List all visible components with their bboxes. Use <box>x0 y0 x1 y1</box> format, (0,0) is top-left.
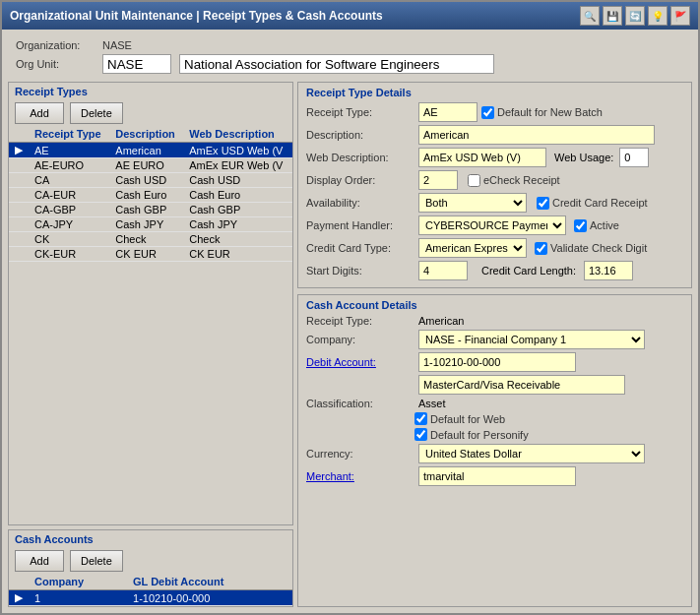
receipt-type-row[interactable]: CA-EUR Cash Euro Cash Euro <box>9 188 292 203</box>
unit-desc-input[interactable] <box>179 54 494 74</box>
cash-accounts-header: Cash Accounts <box>9 530 292 548</box>
receipt-type-cell: CA-EUR <box>29 188 109 203</box>
ca-classification-label: Classification: <box>306 398 414 409</box>
rt-display-order-input[interactable] <box>418 170 458 190</box>
rt-default-new-batch-checkbox[interactable] <box>481 106 494 119</box>
ca-currency-row: Currency: United States Dollar <box>306 444 683 463</box>
search-toolbar-icon[interactable]: 🔍 <box>580 6 600 26</box>
ca-debit-account-link[interactable]: Debit Account: <box>306 356 414 368</box>
rt-cc-type-select[interactable]: American Express <box>418 238 527 258</box>
rt-credit-card-checkbox[interactable] <box>537 197 549 210</box>
content-area: Organization: NASE Org Unit: Receipt Typ… <box>2 30 698 613</box>
description-cell: Cash Euro <box>109 188 183 203</box>
rt-web-desc-row: Web Description: Web Usage: <box>306 148 683 167</box>
left-panel: Receipt Types Add Delete Receipt Type <box>8 82 293 607</box>
receipt-type-row[interactable]: AE-EURO AE EURO AmEx EUR Web (V <box>9 158 292 173</box>
receipt-delete-button[interactable]: Delete <box>70 102 123 124</box>
description-cell: AE EURO <box>109 158 183 173</box>
ca-currency-label: Currency: <box>306 448 414 460</box>
web-desc-cell: Cash USD <box>183 173 292 188</box>
receipt-type-cell: CK <box>29 232 109 247</box>
ca-company-label: Company: <box>306 334 414 345</box>
ca-debit-account-input[interactable] <box>418 352 576 372</box>
rt-echeck-label: eCheck Receipt <box>483 174 560 186</box>
rt-web-usage-label: Web Usage: <box>554 152 613 163</box>
rt-receipt-type-input[interactable] <box>418 102 477 122</box>
ca-merchant-link[interactable]: Merchant: <box>306 470 414 482</box>
ca-default-personify-check[interactable]: Default for Personify <box>414 428 529 441</box>
rt-default-new-batch-check[interactable]: Default for New Batch <box>481 106 603 119</box>
receipt-types-header: Receipt Types <box>9 83 292 100</box>
rt-validate-checkbox[interactable] <box>535 242 547 255</box>
description-cell: Cash JPY <box>109 217 183 232</box>
rt-availability-select[interactable]: Both Web Only Staff Only Neither <box>418 193 527 213</box>
rt-description-input[interactable] <box>418 125 655 145</box>
receipt-type-row[interactable]: CA-GBP Cash GBP Cash GBP <box>9 203 292 217</box>
receipt-type-row[interactable]: CA Cash USD Cash USD <box>9 173 292 188</box>
ca-currency-select[interactable]: United States Dollar <box>418 444 645 463</box>
rt-payment-handler-select[interactable]: CYBERSOURCE PaymentHa <box>418 215 566 235</box>
ca-debit-desc-input[interactable] <box>418 375 625 395</box>
cash-accounts-table-container: Company GL Debit Account ▶ 1 1-10210-00-… <box>9 574 292 606</box>
cash-add-button[interactable]: Add <box>15 550 64 572</box>
receipt-add-button[interactable]: Add <box>15 102 64 124</box>
receipt-type-row[interactable]: CA-JPY Cash JPY Cash JPY <box>9 217 292 232</box>
col-receipt-type: Receipt Type <box>29 126 109 143</box>
cash-accounts-table: Company GL Debit Account ▶ 1 1-10210-00-… <box>9 574 292 606</box>
receipt-types-title: Receipt Types <box>15 86 88 97</box>
rt-receipt-type-label: Receipt Type: <box>306 106 414 118</box>
org-section: Organization: NASE Org Unit: <box>8 35 692 78</box>
ca-default-personify-checkbox[interactable] <box>414 428 427 441</box>
flag-toolbar-icon[interactable]: 🚩 <box>670 6 690 26</box>
ca-default-web-checkbox[interactable] <box>414 412 427 425</box>
rt-start-digits-label: Start Digits: <box>306 265 414 277</box>
rt-credit-card-label: Credit Card Receipt <box>552 197 648 209</box>
cash-accounts-title: Cash Accounts <box>15 533 94 545</box>
rt-cc-length-input[interactable] <box>584 261 633 280</box>
row-arrow <box>9 203 29 217</box>
ca-company-select[interactable]: NASE - Financial Company 1 <box>418 330 645 349</box>
receipt-type-cell: CA-GBP <box>29 203 109 217</box>
ca-default-web-check[interactable]: Default for Web <box>414 412 505 425</box>
ca-merchant-input[interactable] <box>418 466 576 486</box>
receipt-type-details-section: Receipt Type Details Receipt Type: Defau… <box>297 82 692 288</box>
rt-display-order-row: Display Order: eCheck Receipt <box>306 170 683 190</box>
ca-default-web-label: Default for Web <box>430 413 505 425</box>
rt-web-usage-input[interactable] <box>619 148 649 167</box>
ca-debit-desc-row <box>306 375 683 395</box>
save-toolbar-icon[interactable]: 💾 <box>603 6 622 26</box>
receipt-types-table-container: Receipt Type Description Web Description… <box>9 126 292 262</box>
right-panel: Receipt Type Details Receipt Type: Defau… <box>297 82 692 607</box>
receipt-types-buttons: Add Delete <box>9 100 292 126</box>
rt-active-checkbox[interactable] <box>574 219 587 232</box>
unit-input[interactable] <box>102 54 171 74</box>
rt-start-digits-input[interactable] <box>418 261 468 280</box>
org-value: NASE <box>102 39 132 51</box>
ca-classification-row: Classification: Asset <box>306 398 683 409</box>
cash-accounts-buttons: Add Delete <box>9 548 292 574</box>
refresh-toolbar-icon[interactable]: 🔄 <box>625 6 645 26</box>
bulb-toolbar-icon[interactable]: 💡 <box>648 6 668 26</box>
cash-delete-button[interactable]: Delete <box>70 550 123 572</box>
receipt-type-row[interactable]: CK Check Check <box>9 232 292 247</box>
row-arrow: ▶ <box>9 143 29 158</box>
description-cell: American <box>109 143 183 158</box>
receipt-type-row[interactable]: ▶ AE American AmEx USD Web (V <box>9 143 292 158</box>
company-cell: 1 <box>29 590 127 606</box>
receipt-type-details-title: Receipt Type Details <box>306 87 683 98</box>
receipt-type-cell: AE-EURO <box>29 158 109 173</box>
title-bar: Organizational Unit Maintenance | Receip… <box>2 2 698 30</box>
ca-debit-account-row: Debit Account: <box>306 352 683 372</box>
rt-description-label: Description: <box>306 129 414 141</box>
rt-credit-card-check[interactable]: Credit Card Receipt <box>537 197 648 210</box>
rt-active-check[interactable]: Active <box>574 219 619 232</box>
rt-echeck-check[interactable]: eCheck Receipt <box>468 174 560 187</box>
web-desc-cell: AmEx EUR Web (V <box>183 158 292 173</box>
rt-validate-check[interactable]: Validate Check Digit <box>535 242 647 255</box>
rt-availability-label: Availability: <box>306 197 414 209</box>
rt-echeck-checkbox[interactable] <box>468 174 480 187</box>
rt-web-desc-input[interactable] <box>418 148 546 167</box>
receipt-type-row[interactable]: CK-EUR CK EUR CK EUR <box>9 247 292 262</box>
cash-account-row[interactable]: ▶ 1 1-10210-00-000 <box>9 590 292 606</box>
receipt-types-table: Receipt Type Description Web Description… <box>9 126 292 262</box>
